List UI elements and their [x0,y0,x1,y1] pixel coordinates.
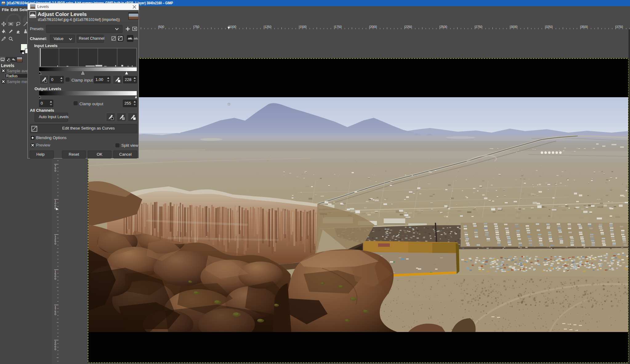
svg-text:3500: 3500 [581,25,588,29]
svg-text:3000: 3000 [511,25,518,29]
svg-text:1750: 1750 [335,25,342,29]
svg-text:2750: 2750 [475,25,483,29]
svg-text:0: 0 [55,242,56,245]
svg-text:0: 0 [55,169,56,172]
svg-text:500: 500 [159,25,164,29]
svg-text:0: 0 [55,312,56,316]
svg-text:2000: 2000 [370,25,377,29]
svg-text:3250: 3250 [546,25,553,29]
svg-text:2500: 2500 [440,25,447,29]
svg-text:3750: 3750 [616,25,623,29]
svg-text:750: 750 [194,25,200,29]
svg-text:1000: 1000 [229,25,236,29]
svg-text:0: 0 [55,206,56,210]
svg-text:1500: 1500 [300,25,307,29]
svg-text:0: 0 [55,277,56,280]
svg-text:2250: 2250 [405,25,412,29]
svg-text:1250: 1250 [265,25,272,29]
svg-text:0: 0 [55,347,56,351]
